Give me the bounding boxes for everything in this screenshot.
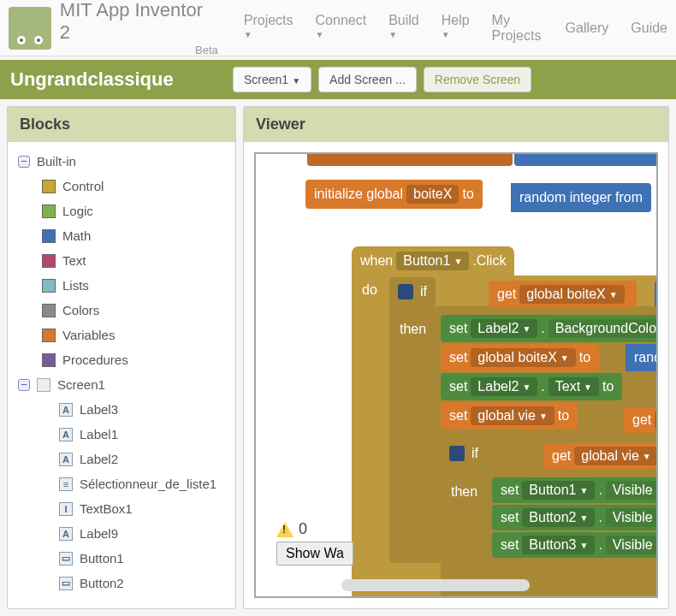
screen-icon [37,378,50,392]
menu-connect[interactable]: Connect ▼ [316,13,367,43]
prop-label: Visible [606,481,658,500]
add-screen-button[interactable]: Add Screen ... [318,67,417,92]
viewer-panel: Viewer initialize global boiteX to rando… [243,106,669,609]
tree-category-lists[interactable]: Lists [13,273,230,298]
tree-component[interactable]: ITextBox1 [13,496,230,521]
tree-component[interactable]: ALabel2 [13,447,230,471]
category-swatch [42,204,56,218]
var-name[interactable]: boiteX [406,185,459,204]
category-label: Procedures [62,352,128,367]
prop-label: BackgroundColo [549,319,658,338]
mutator-icon[interactable] [449,446,465,461]
comp-dropdown[interactable]: Label2▼ [471,319,537,338]
viewer-panel-title: Viewer [244,107,668,142]
prop-dropdown[interactable]: Text▼ [549,377,599,396]
tree-screen1[interactable]: − Screen1 [13,372,230,397]
chevron-down-icon: ▼ [292,76,300,86]
collapse-icon[interactable]: − [18,379,30,391]
block-get-gl[interactable]: get gl [624,407,658,433]
menu-projects[interactable]: Projects ▼ [244,13,294,43]
component-label: Button2 [80,576,124,590]
category-swatch [42,329,56,342]
tree-component[interactable]: ▭Button2 [13,571,230,595]
component-label: Label3 [80,402,118,417]
category-label: Control [62,179,104,193]
prop-label: Visible [606,508,658,527]
tree-category-text[interactable]: Text [13,248,230,273]
menu-gallery[interactable]: Gallery [566,21,609,36]
component-label: Label1 [80,427,118,441]
tree-category-variables[interactable]: Variables [13,323,230,347]
block-initialize-global[interactable]: initialize global boiteX to [305,180,483,209]
block-equals[interactable]: = [655,281,658,308]
prop-label: Visible [606,536,658,554]
blocks-panel-title: Blocks [8,107,235,142]
tree-component[interactable]: ▭Button1 [13,546,230,571]
blocks-panel: Blocks − Built-in ControlLogicMathTextLi… [7,106,236,609]
block-if-2[interactable]: if [441,440,487,467]
show-warnings-button[interactable]: Show Wa [276,542,353,566]
tree-component[interactable]: ALabel9 [13,521,230,546]
block-set-button1-visible[interactable]: set Button1▼ . Visible [492,477,658,503]
component-icon: ▭ [59,577,73,590]
tree-component[interactable]: ≡Sélectionneur_de_liste1 [13,471,230,496]
var-dropdown[interactable]: global boiteX▼ [471,348,575,367]
block-set-button2-visible[interactable]: set Button2▼ . Visible [492,505,658,530]
blocks-canvas[interactable]: initialize global boiteX to random integ… [254,152,658,598]
block-when-click[interactable]: when Button1▼ .Click [352,246,514,275]
block-set-text[interactable]: set Label2▼ . Text▼ to [441,373,622,400]
var-dropdown[interactable]: global vie▼ [574,447,658,465]
menu-build[interactable]: Build ▼ [388,13,419,43]
category-label: Variables [62,328,115,342]
block-set-vie[interactable]: set global vie▼ to [441,402,578,429]
block-random-integer[interactable]: random integer from [511,183,651,212]
block-if[interactable]: if [389,277,436,306]
block-set-var[interactable]: set global boiteX▼ to [441,344,599,371]
var-dropdown[interactable]: global boiteX▼ [519,285,624,304]
comp-dropdown[interactable]: Button3▼ [522,536,595,554]
var-dropdown[interactable]: gl [655,411,658,429]
then-label: then [400,322,426,337]
screen-dropdown[interactable]: Screen1▼ [233,67,311,92]
tree-category-procedures[interactable]: Procedures [13,347,230,372]
chevron-down-icon: ▼ [316,30,367,39]
do-label: do [362,282,377,298]
component-icon: A [59,428,73,441]
var-dropdown[interactable]: global vie▼ [471,406,554,425]
tree-component[interactable]: ALabel3 [13,397,230,422]
tree-builtin[interactable]: − Built-in [13,149,230,174]
menu-guide[interactable]: Guide [631,21,667,36]
comp-dropdown[interactable]: Button2▼ [522,508,595,527]
tree-category-control[interactable]: Control [13,174,230,198]
component-label: TextBox1 [80,501,133,516]
comp-dropdown[interactable]: Button1▼ [522,481,595,500]
component-dropdown[interactable]: Button1▼ [396,252,469,270]
block-fragment[interactable] [514,154,658,166]
block-set-bgcolor[interactable]: set Label2▼ . BackgroundColo [441,315,658,342]
component-icon: A [59,453,73,466]
comp-dropdown[interactable]: Label2▼ [471,377,537,396]
menu-help[interactable]: Help ▼ [442,13,470,43]
remove-screen-button[interactable]: Remove Screen [424,67,531,92]
warnings-count: 0 [276,520,353,538]
tree-component[interactable]: ALabel1 [13,422,230,447]
tree-category-colors[interactable]: Colors [13,298,230,323]
component-icon: A [59,403,73,417]
block-get[interactable]: get global boiteX▼ [489,281,637,308]
component-icon: ≡ [59,477,73,491]
tree-category-logic[interactable]: Logic [13,198,230,223]
mutator-icon[interactable] [398,284,413,299]
tree-category-math[interactable]: Math [13,223,230,248]
component-label: Sélectionneur_de_liste1 [80,477,216,491]
block-get-vie[interactable]: get global vie▼ [543,443,658,469]
collapse-icon[interactable]: − [18,156,30,168]
horizontal-scrollbar[interactable] [341,579,530,591]
component-label: Button1 [80,551,124,566]
menu-my-projects[interactable]: My Projects [492,13,543,43]
block-random[interactable]: random [626,344,658,371]
block-fragment[interactable] [307,154,513,166]
chevron-down-icon: ▼ [442,30,470,39]
chevron-down-icon: ▼ [388,30,419,39]
category-label: Logic [62,204,93,218]
block-set-button3-visible[interactable]: set Button3▼ . Visible [492,532,658,558]
